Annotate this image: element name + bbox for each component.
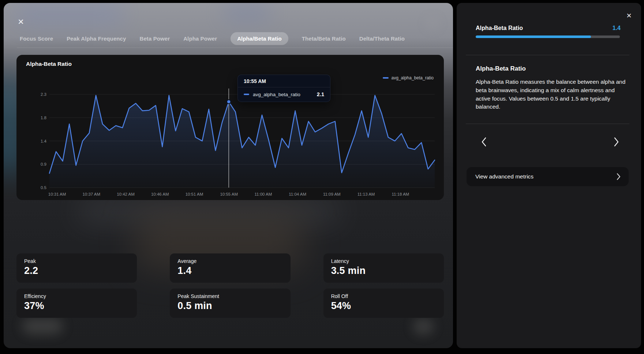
chart-card: Alpha-Beta Ratio avg_alpha_beta_ratio 2.… (16, 55, 444, 200)
line-chart-svg (49, 94, 435, 188)
stat-value: 2.2 (24, 265, 129, 276)
tab-delta-theta-ratio[interactable]: Delta/Theta Ratio (359, 35, 405, 42)
blurred-background-shape (413, 318, 434, 335)
y-axis: 2.31.81.40.90.5 (30, 94, 46, 188)
blurred-background-shape (223, 5, 271, 20)
x-axis-tick: 11:09 AM (323, 192, 341, 196)
metric-tabs: Focus ScorePeak Alpha FrequencyBeta Powe… (20, 31, 446, 45)
sidebar-metric-header: Alpha-Beta Ratio 1.4 (476, 25, 621, 31)
close-icon[interactable]: ✕ (16, 17, 26, 27)
sidebar-close-icon[interactable]: ✕ (624, 11, 634, 20)
tab-alpha-power[interactable]: Alpha Power (183, 35, 217, 42)
blurred-background-shape (15, 4, 124, 25)
view-advanced-metrics-button[interactable]: View advanced metrics (467, 167, 629, 186)
x-axis-tick: 11:18 AM (392, 192, 409, 196)
chart-tooltip: 10:55 AM avg_alpha_beta_ratio 2.1 (237, 75, 330, 102)
x-axis-tick: 10:51 AM (186, 192, 203, 196)
stat-card-roll-off: Roll Off54% (323, 289, 444, 318)
stat-label: Peak (24, 258, 129, 264)
stat-label: Average (177, 258, 282, 264)
previous-metric-button[interactable] (478, 136, 490, 148)
tab-peak-alpha-frequency[interactable]: Peak Alpha Frequency (67, 35, 126, 42)
sidebar-metric-value: 1.4 (613, 25, 621, 31)
y-axis-tick: 1.4 (41, 139, 46, 143)
stat-value: 37% (24, 300, 129, 312)
divider (466, 124, 629, 124)
blurred-background-shape (77, 200, 340, 222)
chart-legend: avg_alpha_beta_ratio (383, 75, 434, 80)
stat-label: Peak Sustainment (177, 293, 282, 299)
x-axis-tick: 11:00 AM (255, 192, 272, 196)
metric-info-sidebar: ✕ Alpha-Beta Ratio 1.4 Alpha-Beta Ratio … (457, 3, 641, 348)
tooltip-series-swatch (244, 94, 249, 95)
stat-value: 54% (331, 300, 436, 312)
x-axis-tick: 10:42 AM (117, 192, 135, 196)
tooltip-series-name: avg_alpha_beta_ratio (253, 92, 313, 97)
legend-label: avg_alpha_beta_ratio (392, 75, 434, 80)
stat-card-peak: Peak2.2 (16, 253, 137, 283)
line-chart-plot[interactable] (49, 94, 435, 188)
stat-card-efficiency: Efficiency37% (16, 289, 137, 318)
x-axis-tick: 11:04 AM (289, 192, 306, 196)
x-axis-tick: 10:46 AM (151, 192, 169, 196)
divider (466, 55, 629, 55)
legend-line-swatch (383, 77, 389, 79)
stat-label: Efficiency (24, 293, 129, 299)
about-title: Alpha-Beta Ratio (476, 65, 526, 72)
stat-value: 3.5 min (331, 265, 436, 276)
tooltip-row: avg_alpha_beta_ratio 2.1 (238, 87, 330, 102)
chevron-right-icon (617, 173, 621, 180)
next-metric-button[interactable] (610, 136, 622, 148)
blurred-background-shape (425, 17, 440, 30)
view-advanced-metrics-label: View advanced metrics (475, 173, 533, 180)
metric-progress-bar (476, 35, 620, 38)
tooltip-value: 2.1 (317, 91, 324, 97)
app-window: ✕ Focus ScorePeak Alpha FrequencyBeta Po… (0, 0, 644, 354)
chevron-right-icon (614, 137, 619, 147)
chart-title: Alpha-Beta Ratio (26, 61, 72, 67)
sidebar-metric-name: Alpha-Beta Ratio (476, 25, 523, 31)
metric-progress-fill (476, 35, 591, 38)
x-axis-tick: 10:31 AM (48, 192, 66, 196)
about-description: Alpha-Beta Ratio measures the balance be… (476, 78, 630, 111)
metric-stats-grid: Peak2.2Average1.4Latency3.5 minEfficienc… (16, 253, 444, 318)
stat-label: Latency (331, 258, 436, 264)
x-axis-tick: 10:55 AM (220, 192, 238, 196)
stat-value: 1.4 (177, 265, 282, 276)
metric-detail-modal: ✕ Focus ScorePeak Alpha FrequencyBeta Po… (4, 3, 453, 348)
x-axis: 10:31 AM10:37 AM10:42 AM10:46 AM10:51 AM… (49, 192, 435, 199)
blurred-background-shape (22, 318, 63, 334)
chevron-left-icon (481, 137, 487, 147)
x-axis-tick: 11:13 AM (357, 192, 375, 196)
stat-card-peak-sustainment: Peak Sustainment0.5 min (170, 289, 290, 318)
y-axis-tick: 2.3 (41, 92, 46, 97)
tab-focus-score[interactable]: Focus Score (20, 35, 53, 42)
tabs-divider (17, 48, 453, 48)
y-axis-tick: 0.5 (41, 185, 46, 190)
tab-alpha-beta-ratio[interactable]: Alpha/Beta Ratio (231, 32, 288, 45)
stat-value: 0.5 min (177, 300, 282, 312)
tooltip-time: 10:55 AM (238, 75, 330, 87)
stat-card-average: Average1.4 (170, 253, 290, 283)
tab-theta-beta-ratio[interactable]: Theta/Beta Ratio (302, 35, 346, 42)
stat-card-latency: Latency3.5 min (323, 253, 444, 283)
x-axis-tick: 10:37 AM (82, 192, 100, 196)
tab-beta-power[interactable]: Beta Power (139, 35, 170, 42)
stat-label: Roll Off (331, 293, 436, 299)
y-axis-tick: 0.9 (41, 162, 46, 166)
y-axis-tick: 1.8 (41, 116, 46, 120)
